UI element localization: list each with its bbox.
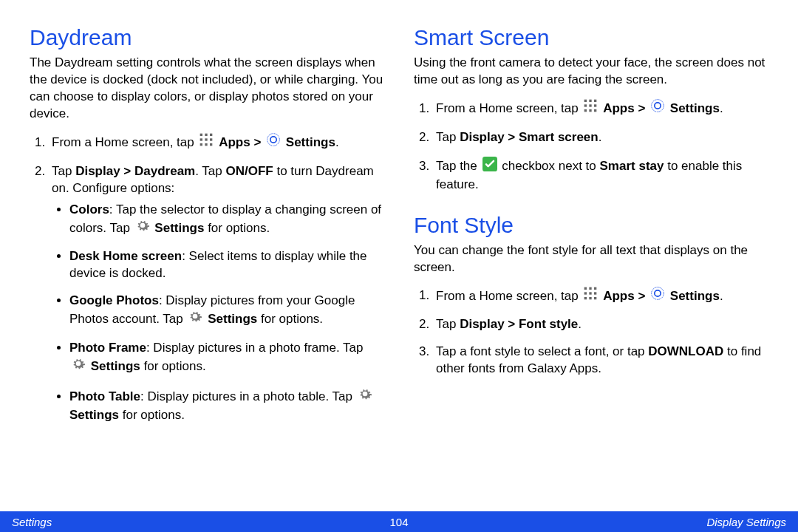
option-title: Google Photos <box>69 293 159 307</box>
footer-left: Settings <box>0 516 52 528</box>
text: From a Home screen, tap <box>436 288 582 302</box>
text: . <box>720 101 723 115</box>
option-desk-home: Desk Home screen: Select items to displa… <box>69 248 384 282</box>
text: for options. <box>257 312 323 326</box>
font-style-steps: From a Home screen, tap Apps > Settings.… <box>414 287 768 378</box>
daydream-step-1: From a Home screen, tap Apps > Settings. <box>49 133 384 153</box>
path-text: Display > Font style <box>460 317 578 331</box>
text: Tap <box>436 130 460 144</box>
daydream-steps: From a Home screen, tap Apps > Settings.… <box>30 133 384 424</box>
settings-word: Settings <box>208 312 257 326</box>
page-body: Daydream The Daydream setting controls w… <box>0 0 798 532</box>
path-text: Display > Smart screen <box>460 130 598 144</box>
page-footer: Settings 104 Display Settings <box>0 511 798 532</box>
settings-icon <box>266 133 281 153</box>
smart-screen-intro: Using the front camera to detect your fa… <box>414 55 768 89</box>
checkbox-icon <box>482 157 497 177</box>
text: . <box>578 317 582 331</box>
text: for options. <box>119 408 185 422</box>
settings-label: Settings <box>286 135 335 149</box>
path-text: Display > Daydream <box>75 164 195 178</box>
font-step-2: Tap Display > Font style. <box>433 316 768 333</box>
text: > <box>638 288 649 302</box>
apps-label: Apps <box>219 135 250 149</box>
text: . <box>598 130 602 144</box>
option-photo-frame: Photo Frame: Display pictures in a photo… <box>69 340 384 377</box>
column-right: Smart Screen Using the front camera to d… <box>414 25 768 532</box>
apps-icon <box>583 287 598 307</box>
text: . <box>335 135 339 149</box>
settings-word: Settings <box>91 359 140 373</box>
apps-label: Apps <box>603 288 635 302</box>
settings-word: Settings <box>154 220 204 234</box>
apps-icon <box>199 133 214 153</box>
text: checkbox next to <box>499 159 600 173</box>
text: From a Home screen, tap <box>436 101 582 115</box>
text: for options. <box>204 220 270 234</box>
gear-icon <box>135 219 150 239</box>
font-style-intro: You can change the font style for all te… <box>414 242 768 276</box>
daydream-step-2: Tap Display > Daydream. Tap ON/OFF to tu… <box>49 163 384 424</box>
text: Tap a font style to select a font, or ta… <box>436 344 648 358</box>
download-label: DOWNLOAD <box>648 344 723 358</box>
smart-step-3: Tap the checkbox next to Smart stay to e… <box>433 157 768 194</box>
text: : Display pictures in a photo table. Tap <box>140 389 356 403</box>
text: Tap <box>436 317 460 331</box>
text: Tap the <box>436 159 481 173</box>
smart-step-2: Tap Display > Smart screen. <box>433 129 768 146</box>
text: for options. <box>140 359 206 373</box>
section-title-smart-screen: Smart Screen <box>414 25 768 50</box>
smart-stay-label: Smart stay <box>600 159 664 173</box>
option-title: Photo Frame <box>69 341 146 355</box>
smart-step-1: From a Home screen, tap Apps > Settings. <box>433 99 768 119</box>
text: . <box>720 288 723 302</box>
apps-label: Apps <box>603 101 635 115</box>
section-title-daydream: Daydream <box>30 25 384 50</box>
smart-screen-steps: From a Home screen, tap Apps > Settings.… <box>414 99 768 194</box>
font-step-3: Tap a font style to select a font, or ta… <box>433 344 768 378</box>
text: > <box>638 101 649 115</box>
text: : Display pictures in a photo frame. Tap <box>146 341 364 355</box>
text: > <box>253 135 265 149</box>
settings-label: Settings <box>670 288 720 302</box>
font-step-1: From a Home screen, tap Apps > Settings. <box>433 287 768 307</box>
footer-page-number: 104 <box>389 516 408 528</box>
text: Tap <box>52 164 75 178</box>
option-title: Desk Home screen <box>69 249 182 263</box>
gear-icon <box>358 387 372 407</box>
option-title: Colors <box>69 202 109 216</box>
settings-icon <box>650 99 665 119</box>
daydream-intro: The Daydream setting controls what the s… <box>30 55 384 123</box>
option-title: Photo Table <box>69 389 140 403</box>
option-photo-table: Photo Table: Display pictures in a photo… <box>69 387 384 424</box>
onoff-label: ON/OFF <box>225 164 273 178</box>
column-left: Daydream The Daydream setting controls w… <box>30 25 384 532</box>
settings-word: Settings <box>69 408 119 422</box>
option-colors: Colors: Tap the selector to display a ch… <box>69 202 384 239</box>
footer-right: Display Settings <box>706 516 786 528</box>
apps-icon <box>583 99 598 119</box>
text: . Tap <box>195 164 225 178</box>
option-google-photos: Google Photos: Display pictures from you… <box>69 293 384 330</box>
gear-icon <box>71 357 86 377</box>
section-title-font-style: Font Style <box>414 213 768 238</box>
gear-icon <box>188 310 202 330</box>
settings-icon <box>650 287 665 307</box>
daydream-options: Colors: Tap the selector to display a ch… <box>52 202 384 424</box>
text: From a Home screen, tap <box>52 135 197 149</box>
settings-label: Settings <box>670 101 720 115</box>
